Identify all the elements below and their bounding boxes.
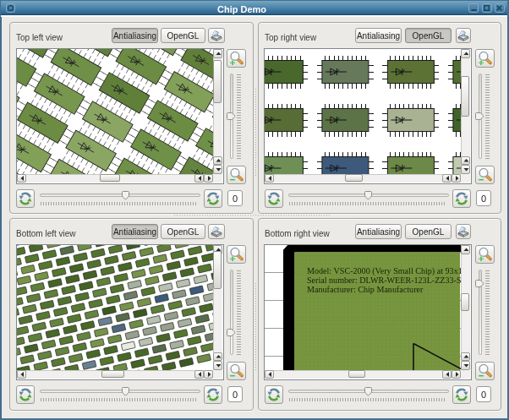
- svg-text:0: 0: [233, 194, 238, 204]
- svg-text:OpenGL: OpenGL: [167, 31, 200, 41]
- svg-text:Bottom left view: Bottom left view: [16, 229, 76, 238]
- svg-text:Manufacturer: Chip Manufacture: Manufacturer: Chip Manufacturer: [307, 285, 424, 294]
- svg-text:OpenGL: OpenGL: [413, 227, 445, 237]
- svg-text:Model: VSC-2000 (Very Small Ch: Model: VSC-2000 (Very Small Chip) at 93x…: [307, 266, 461, 276]
- svg-text:Antialiasing: Antialiasing: [113, 227, 156, 237]
- svg-text:Top left view: Top left view: [16, 33, 63, 42]
- svg-text:0: 0: [233, 390, 238, 400]
- svg-text:Chip Demo: Chip Demo: [217, 3, 266, 14]
- svg-text:OpenGL: OpenGL: [167, 227, 200, 237]
- svg-text:Bottom right view: Bottom right view: [265, 229, 330, 238]
- svg-text:Antialiasing: Antialiasing: [113, 31, 156, 41]
- svg-text:Top right view: Top right view: [265, 33, 317, 42]
- svg-text:Antialiasing: Antialiasing: [356, 227, 399, 237]
- svg-text:0: 0: [480, 390, 485, 400]
- svg-text:OpenGL: OpenGL: [413, 31, 445, 41]
- svg-text:Serial number: DLWR-WEER-123L-: Serial number: DLWR-WEER-123L-ZZ33-SDSJ: [307, 275, 461, 285]
- svg-text:0: 0: [480, 194, 485, 204]
- svg-text:Antialiasing: Antialiasing: [356, 31, 399, 41]
